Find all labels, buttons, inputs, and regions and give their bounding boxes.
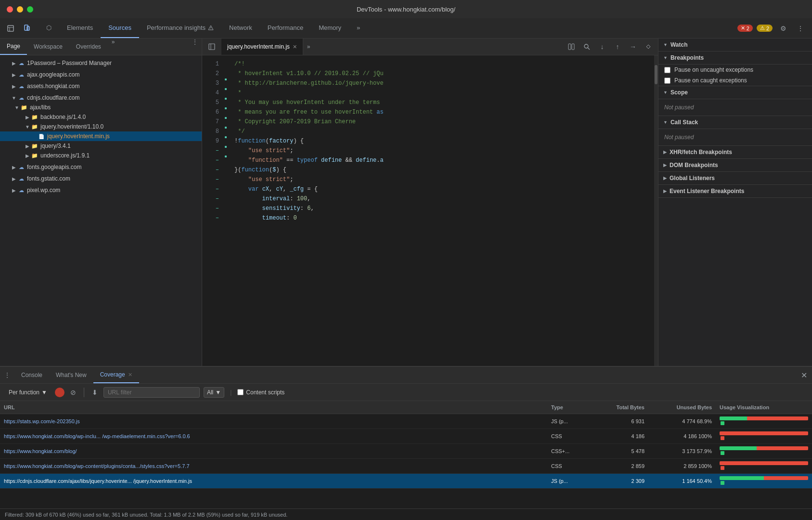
close-bottom-panel-icon[interactable]: ✕	[796, 367, 812, 383]
section-dom-breakpoints[interactable]: ▶ DOM Breakpoints	[658, 159, 812, 172]
th-vis[interactable]: Usage Visualization	[716, 403, 812, 412]
subtab-settings[interactable]: ⋮	[188, 39, 202, 55]
table-row[interactable]: https://stats.wp.com/e-202350.js JS (p..…	[0, 414, 812, 429]
section-xhr-breakpoints[interactable]: ▶ XHR/fetch Breakpoints	[658, 146, 812, 159]
tab-performance[interactable]: Performance	[260, 18, 311, 38]
title-bar: DevTools - www.hongkiat.com/blog/	[0, 0, 812, 18]
clear-button[interactable]: ⊘	[68, 388, 78, 397]
per-function-dropdown[interactable]: Per function ▼	[5, 388, 51, 397]
tree-item-assets-hongkiat[interactable]: ▶ ☁ assets.hongkiat.com	[0, 80, 202, 92]
close-coverage-tab-icon[interactable]: ✕	[128, 372, 132, 378]
svg-rect-0	[8, 26, 13, 31]
close-button[interactable]	[7, 6, 13, 13]
split-view-icon[interactable]	[566, 41, 577, 52]
pause-caught-checkbox[interactable]	[664, 78, 670, 84]
tab-elements[interactable]: Elements	[59, 18, 101, 38]
subtab-more[interactable]: »	[108, 39, 119, 55]
bottom-tab-menu-icon[interactable]: ⋮	[0, 367, 14, 383]
subtab-workspace[interactable]: Workspace	[27, 39, 69, 55]
th-total[interactable]: Total Bytes	[595, 403, 648, 412]
tree-label: fonts.gstatic.com	[27, 175, 70, 182]
search-icon[interactable]	[581, 41, 593, 52]
all-dropdown[interactable]: All ▼	[204, 387, 224, 398]
content-scripts-checkbox[interactable]	[237, 389, 244, 395]
table-cell-unused: 1 164 50.4%	[648, 477, 716, 485]
tree-item-fonts-google[interactable]: ▶ ☁ fonts.googleapis.com	[0, 161, 202, 173]
table-row[interactable]: https://www.hongkiat.com/blog/ CSS+... 5…	[0, 444, 812, 459]
tree-item-1password[interactable]: ▶ ☁ 1Password – Password Manager	[0, 57, 202, 69]
tree-arrow: ▶	[24, 143, 31, 149]
section-call-stack[interactable]: ▼ Call Stack	[658, 116, 812, 129]
section-global-listeners[interactable]: ▶ Global Listeners	[658, 172, 812, 185]
settings-icon[interactable]: ⚙	[776, 22, 790, 35]
device-toggle-icon[interactable]	[20, 22, 34, 35]
tab-network[interactable]: Network	[221, 18, 260, 38]
th-type[interactable]: Type	[547, 403, 595, 412]
tab-memory[interactable]: Memory	[311, 18, 349, 38]
close-tab-icon[interactable]: ✕	[293, 44, 297, 50]
section-event-listener-breakpoints[interactable]: ▶ Event Listener Breakpoints	[658, 185, 812, 198]
maximize-button[interactable]	[27, 6, 33, 13]
dom-arrow-icon: ▶	[663, 163, 667, 168]
tab-sources[interactable]: Sources	[101, 18, 139, 38]
subtab-page[interactable]: Page	[0, 39, 27, 55]
tree-arrow: ▶	[11, 165, 17, 170]
tree-label: pixel.wp.com	[27, 187, 60, 194]
tab-more[interactable]: »	[349, 18, 368, 38]
table-cell-type: JS (p...	[547, 417, 595, 425]
tree-item-fonts-gstatic[interactable]: ▶ ☁ fonts.gstatic.com	[0, 173, 202, 184]
editor-tab-more[interactable]: »	[303, 39, 314, 55]
tree-item-pixel-wp[interactable]: ▶ ☁ pixel.wp.com	[0, 184, 202, 196]
table-cell-total: 2 859	[595, 462, 648, 470]
tree-item-hoverintent-file[interactable]: 📄 jquery.hoverIntent.min.js	[0, 131, 202, 141]
deactivate-breakpoints-icon[interactable]	[643, 41, 654, 52]
tab-console[interactable]: ⬡	[39, 18, 59, 38]
breakpoints-arrow-icon: ▼	[663, 55, 668, 60]
editor-tab-hoverintent[interactable]: jquery.hoverIntent.min.js ✕	[221, 39, 303, 55]
tree-arrow: ▼	[11, 95, 17, 101]
table-row-selected[interactable]: https://cdnjs.cloudflare.com/ajax/libs/j…	[0, 474, 812, 489]
download-button[interactable]: ⬇	[90, 388, 100, 397]
pause-uncaught-checkbox-row[interactable]: Pause on uncaught exceptions	[658, 65, 812, 75]
bottom-tab-console[interactable]: Console	[14, 367, 49, 383]
th-unused[interactable]: Unused Bytes	[648, 403, 716, 412]
dropdown-arrow-icon: ▼	[215, 389, 221, 396]
tree-arrow: ▶	[24, 115, 31, 120]
content-scripts-checkbox-row[interactable]: Content scripts	[237, 389, 284, 396]
step-down-icon[interactable]: ↓	[596, 41, 608, 52]
cloud-icon: ☁	[17, 94, 25, 102]
tab-performance-insights[interactable]: Performance insights	[139, 18, 221, 38]
step-up-icon[interactable]: ↑	[612, 41, 623, 52]
cloud-icon: ☁	[17, 163, 25, 171]
inspect-icon[interactable]	[4, 22, 17, 35]
bottom-tab-whats-new[interactable]: What's New	[49, 367, 93, 383]
record-button[interactable]	[55, 388, 64, 397]
url-filter-input[interactable]	[103, 387, 200, 398]
tree-item-cdnjs[interactable]: ▼ ☁ cdnjs.cloudflare.com ▼ 📁 ajax/libs ▶…	[0, 92, 202, 161]
pause-uncaught-checkbox[interactable]	[664, 67, 670, 73]
warning-badge[interactable]: ⚠ 2	[757, 25, 773, 32]
sidebar-toggle-icon[interactable]	[206, 41, 218, 52]
tree-arrow: ▶	[11, 176, 17, 182]
step-over-icon[interactable]: →	[627, 41, 639, 52]
table-row[interactable]: https://www.hongkiat.com/blog/wp-content…	[0, 459, 812, 474]
tree-item-ajax-google[interactable]: ▶ ☁ ajax.googleapis.com	[0, 69, 202, 80]
folder-icon: 📁	[31, 123, 39, 130]
subtab-overrides[interactable]: Overrides	[69, 39, 108, 55]
svg-rect-11	[572, 44, 574, 50]
cloud-icon: ☁	[17, 175, 25, 182]
bottom-tab-coverage[interactable]: Coverage ✕	[93, 367, 139, 383]
table-cell-url: https://www.hongkiat.com/blog/	[0, 447, 547, 455]
file-icon: 📄	[38, 132, 45, 140]
more-options-icon[interactable]: ⋮	[794, 22, 807, 35]
table-row[interactable]: https://www.hongkiat.com/blog/wp-inclu..…	[0, 429, 812, 444]
pause-caught-checkbox-row[interactable]: Pause on caught exceptions	[658, 75, 812, 86]
section-breakpoints[interactable]: ▼ Breakpoints	[658, 52, 812, 65]
section-watch[interactable]: ▼ Watch	[658, 39, 812, 52]
cloud-icon: ☁	[17, 71, 25, 78]
section-scope[interactable]: ▼ Scope	[658, 86, 812, 99]
error-badge[interactable]: ✕ 2	[737, 25, 753, 32]
scope-content: Not paused	[658, 99, 812, 116]
th-url[interactable]: URL	[0, 403, 547, 412]
minimize-button[interactable]	[17, 6, 23, 13]
